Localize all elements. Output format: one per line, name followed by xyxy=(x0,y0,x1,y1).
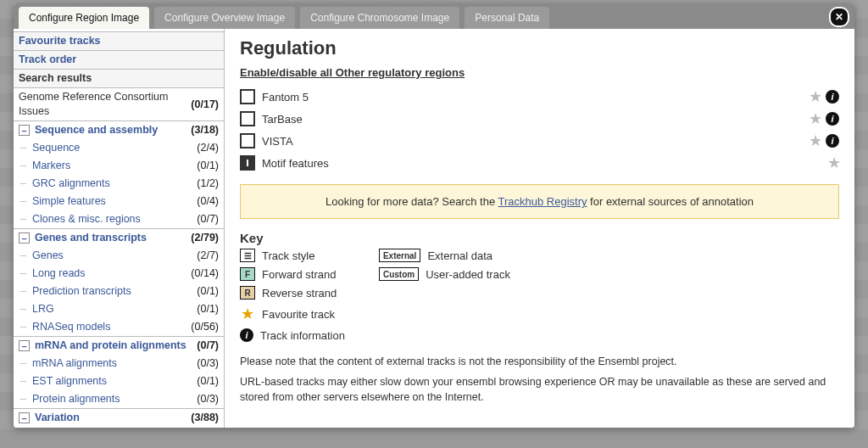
favourite-icon xyxy=(240,305,255,323)
sidebar-section-mrna-and-protein-alignments[interactable]: –mRNA and protein alignments(0/7) xyxy=(14,337,224,355)
key-col: ☰Track styleFForward strandRReverse stra… xyxy=(240,249,345,342)
key-heading: Key xyxy=(240,231,839,245)
info-icon xyxy=(240,328,253,342)
sidebar-item-count: (0/1) xyxy=(197,159,219,173)
sidebar-section-variation[interactable]: –Variation(3/88) xyxy=(14,409,224,427)
sidebar-item-label: Sequence and assembly xyxy=(35,123,158,137)
collapse-icon[interactable]: – xyxy=(19,232,30,244)
sidebar-item-label: Markers xyxy=(32,159,70,173)
sidebar-item-label: Prediction transcripts xyxy=(32,284,131,299)
sidebar-item-count: (0/3) xyxy=(197,356,219,371)
config-dialog: Configure Region ImageConfigure Overview… xyxy=(14,3,854,428)
track-row: Motif features xyxy=(240,152,839,174)
sidebar-item-label: GRC alignments xyxy=(32,176,110,191)
info-icon[interactable] xyxy=(826,112,839,126)
tab-configure-region-image[interactable]: Configure Region Image xyxy=(19,7,149,29)
sidebar-item-label: Genome Reference Consortium Issues xyxy=(19,90,191,119)
favourite-star-icon[interactable] xyxy=(809,113,821,125)
sidebar-item-protein-alignments[interactable]: Protein alignments(0/3) xyxy=(14,390,224,408)
sidebar-item-genes[interactable]: Genes(2/7) xyxy=(14,247,224,265)
key-item: Favourite track xyxy=(240,305,345,323)
sidebar-item-label: LRG xyxy=(32,302,54,316)
info-icon[interactable] xyxy=(826,90,839,104)
notes: Please note that the content of external… xyxy=(240,354,839,405)
sidebar-item-sequence[interactable]: Sequence(2/4) xyxy=(14,139,224,157)
sidebar-item-count: (0/1) xyxy=(197,374,219,389)
track-checkbox[interactable] xyxy=(240,111,255,126)
external-badge-icon: External xyxy=(379,249,420,262)
sidebar-item-count: (0/7) xyxy=(197,339,219,353)
sidebar-item-grc[interactable]: Genome Reference Consortium Issues(0/17) xyxy=(14,87,224,121)
sidebar-item-sequence-variants[interactable]: Sequence variants(1/20) xyxy=(14,427,224,428)
reverse-strand-icon: R xyxy=(240,286,255,300)
sidebar-section-sequence-and-assembly[interactable]: –Sequence and assembly(3/18) xyxy=(14,121,224,139)
key-label: External data xyxy=(427,249,492,262)
main-panel: Regulation Enable/disable all Other regu… xyxy=(225,29,854,428)
track-name: VISTA xyxy=(262,135,293,148)
favourite-star-icon[interactable] xyxy=(809,135,821,147)
sidebar-section-genes-and-transcripts[interactable]: –Genes and transcripts(2/79) xyxy=(14,229,224,247)
msg-before: Looking for more data? Search the xyxy=(326,195,498,208)
sidebar-item-label: Track order xyxy=(19,53,76,67)
sidebar-item-label: Clones & misc. regions xyxy=(32,212,141,227)
track-list: Fantom 5TarBaseVISTAMotif features xyxy=(240,86,839,174)
sidebar-item-prediction-transcripts[interactable]: Prediction transcripts(0/1) xyxy=(14,283,224,300)
page-title: Regulation xyxy=(240,37,839,59)
key-item: FForward strand xyxy=(240,267,345,281)
sidebar-item-count: (0/7) xyxy=(197,212,219,227)
trackhub-message: Looking for more data? Search the Trackh… xyxy=(240,184,839,219)
key-item: CustomUser-added track xyxy=(379,267,510,281)
key-label: Forward strand xyxy=(262,268,336,281)
favourite-star-icon[interactable] xyxy=(827,157,839,169)
sidebar-item-count: (2/79) xyxy=(191,231,219,245)
close-icon[interactable]: ✕ xyxy=(829,7,849,27)
sidebar-item-simple-features[interactable]: Simple features(0/4) xyxy=(14,193,224,210)
sidebar-item-favourite[interactable]: Favourite tracks xyxy=(14,31,224,51)
sidebar-item-label: Genes xyxy=(32,249,64,263)
sidebar-item-track_order[interactable]: Track order xyxy=(14,50,224,70)
sidebar-item-count: (0/4) xyxy=(197,194,219,209)
sidebar-item-count: (1/2) xyxy=(197,176,219,191)
track-checkbox[interactable] xyxy=(240,89,255,104)
tab-personal-data[interactable]: Personal Data xyxy=(465,7,549,29)
sidebar-item-rnaseq-models[interactable]: RNASeq models(0/56) xyxy=(14,318,224,336)
sidebar-item-long-reads[interactable]: Long reads(0/14) xyxy=(14,265,224,283)
sidebar-item-label: RNASeq models xyxy=(32,320,110,334)
collapse-icon[interactable]: – xyxy=(19,125,30,136)
info-icon[interactable] xyxy=(826,134,839,148)
sidebar-item-count: (0/1) xyxy=(197,284,219,299)
track-name: Fantom 5 xyxy=(262,91,309,104)
track-checkbox[interactable] xyxy=(240,133,255,148)
collapse-icon[interactable]: – xyxy=(19,340,30,351)
trackhub-link[interactable]: Trackhub Registry xyxy=(498,195,587,208)
sidebar-item-clones-misc-regions[interactable]: Clones & misc. regions(0/7) xyxy=(14,210,224,228)
key-item: ☰Track style xyxy=(240,249,345,262)
enable-all-link[interactable]: Enable/disable all Other regulatory regi… xyxy=(240,66,465,79)
key-columns: ☰Track styleFForward strandRReverse stra… xyxy=(240,249,839,342)
sidebar-item-label: Variation xyxy=(35,411,80,425)
custom-badge-icon: Custom xyxy=(379,267,419,281)
sidebar-item-label: Sequence xyxy=(32,141,80,155)
track-row: TarBase xyxy=(240,108,839,130)
sidebar-item-est-alignments[interactable]: EST alignments(0/1) xyxy=(14,372,224,390)
key-label: Track style xyxy=(262,249,314,262)
sidebar-item-search[interactable]: Search results xyxy=(14,69,224,88)
sidebar-item-label: EST alignments xyxy=(32,374,107,389)
sidebar-item-lrg[interactable]: LRG(0/1) xyxy=(14,300,224,318)
track-row: VISTA xyxy=(240,130,839,152)
motif-icon[interactable] xyxy=(240,155,255,171)
tab-configure-overview-image[interactable]: Configure Overview Image xyxy=(154,7,295,29)
sidebar-item-markers[interactable]: Markers(0/1) xyxy=(14,157,224,175)
sidebar: Favourite tracksTrack orderSearch result… xyxy=(14,29,225,428)
tab-configure-chromosome-image[interactable]: Configure Chromosome Image xyxy=(300,7,459,29)
favourite-star-icon[interactable] xyxy=(809,91,821,103)
sidebar-item-mrna-alignments[interactable]: mRNA alignments(0/3) xyxy=(14,355,224,372)
track-name: Motif features xyxy=(262,157,329,170)
sidebar-item-label: Protein alignments xyxy=(32,392,120,406)
collapse-icon[interactable]: – xyxy=(19,412,30,423)
tab-bar: Configure Region ImageConfigure Overview… xyxy=(14,3,854,29)
sidebar-item-grc-alignments[interactable]: GRC alignments(1/2) xyxy=(14,175,224,193)
sidebar-item-label: mRNA alignments xyxy=(32,356,117,371)
sidebar-item-count: (0/3) xyxy=(197,392,219,406)
sidebar-item-label: Long reads xyxy=(32,266,86,281)
